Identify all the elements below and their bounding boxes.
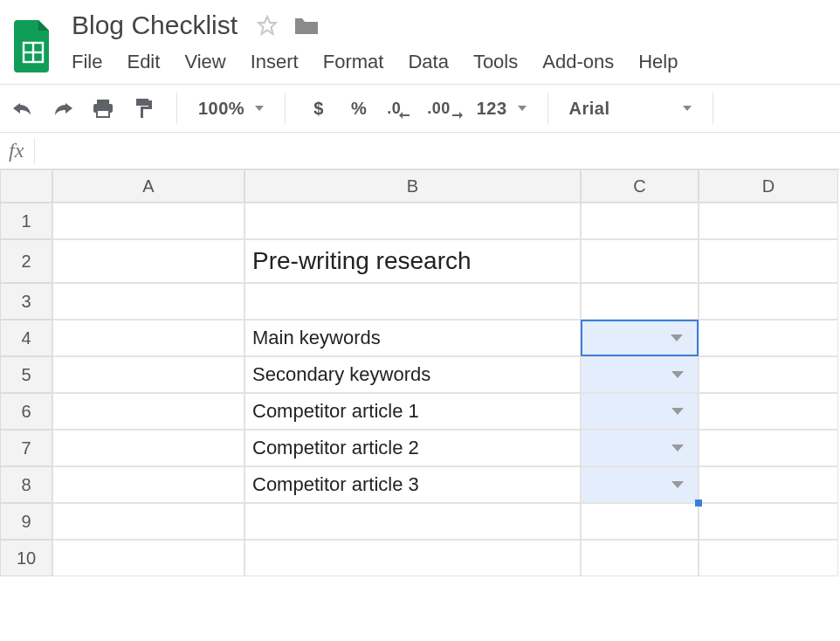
redo-icon[interactable] <box>51 100 75 117</box>
svg-rect-4 <box>97 100 109 104</box>
row-header-7[interactable]: 7 <box>0 430 52 466</box>
cell-d8[interactable] <box>699 466 838 503</box>
cell-d7[interactable] <box>699 430 838 466</box>
cell-d4[interactable] <box>699 320 838 356</box>
data-validation-dropdown-icon[interactable] <box>671 445 684 451</box>
menu-edit[interactable]: Edit <box>127 51 160 73</box>
cell-d1[interactable] <box>699 203 838 239</box>
spreadsheet-grid[interactable]: A B C D 1 2 Pre-writing research 3 4 Mai… <box>0 169 840 576</box>
sheets-logo[interactable] <box>7 11 59 81</box>
row-header-3[interactable]: 3 <box>0 283 52 320</box>
decrease-decimal-button[interactable]: .0 <box>387 100 411 116</box>
menu-help[interactable]: Help <box>638 51 678 73</box>
cell-b1[interactable] <box>244 203 581 239</box>
svg-marker-3 <box>258 17 276 34</box>
cell-d2[interactable] <box>699 239 838 283</box>
toolbar: 100% $ % .0 .00 123 Arial <box>0 84 840 133</box>
data-validation-dropdown-icon[interactable] <box>671 408 684 415</box>
menu-addons[interactable]: Add-ons <box>542 51 614 73</box>
cell-b10[interactable] <box>244 540 581 576</box>
cell-a9[interactable] <box>52 503 244 540</box>
cell-b6[interactable]: Competitor article 1 <box>244 393 581 430</box>
cell-c6[interactable] <box>581 393 699 430</box>
cell-a4[interactable] <box>52 320 244 356</box>
row-header-10[interactable]: 10 <box>0 540 52 576</box>
cell-b9[interactable] <box>244 503 581 540</box>
cell-b5[interactable]: Secondary keywords <box>244 356 581 393</box>
number-format-dropdown[interactable]: 123 <box>477 99 527 119</box>
menu-file[interactable]: File <box>72 51 102 73</box>
col-header-d[interactable]: D <box>699 169 838 203</box>
cell-c10[interactable] <box>581 540 699 576</box>
row-header-4[interactable]: 4 <box>0 320 52 356</box>
cell-c3[interactable] <box>581 283 699 320</box>
cell-c8[interactable] <box>581 466 699 503</box>
cell-d5[interactable] <box>699 356 838 393</box>
folder-icon[interactable] <box>293 15 320 36</box>
doc-header: Blog Checklist File Edit View Insert For <box>0 0 840 84</box>
menu-data[interactable]: Data <box>408 51 448 73</box>
formula-bar: fx <box>0 133 840 169</box>
formula-input[interactable] <box>45 141 831 161</box>
cell-b2[interactable]: Pre-writing research <box>244 239 581 283</box>
cell-c5[interactable] <box>581 356 699 393</box>
menu-format[interactable]: Format <box>323 51 384 73</box>
select-all-corner[interactable] <box>0 169 52 203</box>
cell-b4[interactable]: Main keywords <box>244 320 581 356</box>
cell-b7[interactable]: Competitor article 2 <box>244 430 581 466</box>
cell-c4[interactable] <box>581 320 699 356</box>
cell-c9[interactable] <box>581 503 699 540</box>
cell-b3[interactable] <box>244 283 581 320</box>
cell-a2[interactable] <box>52 239 244 283</box>
paint-format-icon[interactable] <box>131 97 155 120</box>
font-dropdown[interactable]: Arial <box>569 99 692 119</box>
row-header-2[interactable]: 2 <box>0 239 52 283</box>
selection-handle[interactable] <box>695 500 702 507</box>
data-validation-dropdown-icon[interactable] <box>671 481 684 488</box>
zoom-dropdown[interactable]: 100% <box>198 99 264 119</box>
row-header-8[interactable]: 8 <box>0 466 52 503</box>
chevron-down-icon <box>683 106 692 111</box>
col-header-c[interactable]: C <box>581 169 699 203</box>
doc-title[interactable]: Blog Checklist <box>68 9 241 42</box>
cell-a1[interactable] <box>52 203 244 239</box>
row-header-1[interactable]: 1 <box>0 203 52 239</box>
svg-rect-6 <box>97 110 109 117</box>
cell-a6[interactable] <box>52 393 244 430</box>
menubar: File Edit View Insert Format Data Tools … <box>68 42 833 84</box>
cell-d6[interactable] <box>699 393 838 430</box>
cell-a3[interactable] <box>52 283 244 320</box>
chevron-down-icon <box>255 106 264 111</box>
format-percent-button[interactable]: % <box>347 99 371 119</box>
data-validation-dropdown-icon[interactable] <box>671 371 684 378</box>
cell-a7[interactable] <box>52 430 244 466</box>
format-currency-button[interactable]: $ <box>306 99 331 119</box>
cell-c2[interactable] <box>581 239 699 283</box>
cell-c7[interactable] <box>581 430 699 466</box>
zoom-value: 100% <box>198 99 244 119</box>
cell-b8[interactable]: Competitor article 3 <box>244 466 581 503</box>
col-header-a[interactable]: A <box>52 169 244 203</box>
cell-a5[interactable] <box>52 356 244 393</box>
menu-view[interactable]: View <box>184 51 225 73</box>
row-header-5[interactable]: 5 <box>0 356 52 393</box>
star-icon[interactable] <box>257 15 278 36</box>
row-header-6[interactable]: 6 <box>0 393 52 430</box>
number-format-value: 123 <box>477 99 507 119</box>
cell-a10[interactable] <box>52 540 244 576</box>
cell-d3[interactable] <box>699 283 838 320</box>
fx-label: fx <box>9 139 24 162</box>
cell-d10[interactable] <box>699 540 838 576</box>
svg-rect-7 <box>136 99 148 106</box>
menu-insert[interactable]: Insert <box>251 51 299 73</box>
print-icon[interactable] <box>91 98 115 119</box>
cell-a8[interactable] <box>52 466 244 503</box>
menu-tools[interactable]: Tools <box>473 51 518 73</box>
data-validation-dropdown-icon[interactable] <box>671 334 683 341</box>
increase-decimal-button[interactable]: .00 <box>427 100 461 116</box>
undo-icon[interactable] <box>10 100 35 117</box>
cell-c1[interactable] <box>581 203 699 239</box>
cell-d9[interactable] <box>699 503 838 540</box>
row-header-9[interactable]: 9 <box>0 503 52 540</box>
col-header-b[interactable]: B <box>244 169 581 203</box>
